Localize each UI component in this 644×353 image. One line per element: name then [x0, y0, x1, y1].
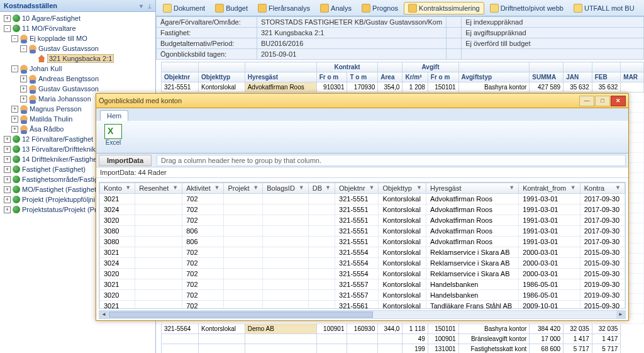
tree-node[interactable]: -Johan Kull [3, 64, 155, 74]
tab-prognos[interactable]: Prognos [357, 2, 402, 14]
expand-icon[interactable]: + [20, 96, 27, 103]
group-by-area[interactable]: Drag a column header here to group by th… [157, 155, 626, 166]
expand-icon[interactable]: + [4, 196, 11, 203]
tab-kontraktssimulering[interactable]: Kontraktssimulering [404, 2, 484, 14]
column-group-header[interactable] [199, 62, 245, 72]
expand-icon[interactable]: + [4, 206, 11, 213]
column-group-header[interactable] [592, 62, 621, 72]
filter-icon[interactable]: ▼ [369, 184, 374, 191]
column-header[interactable]: Fr o m [428, 72, 458, 82]
pin-icon[interactable]: ▾ ⟂ [140, 3, 152, 9]
expand-icon[interactable]: + [4, 156, 11, 163]
column-group-header[interactable]: Kontrakt [316, 62, 378, 72]
column-group-header[interactable]: Avgift [402, 62, 458, 72]
column-group-header[interactable] [458, 62, 530, 72]
tree-node[interactable]: -Ej kopplade till MO [3, 33, 155, 43]
table-row[interactable]: 3020702321-5554KontorslokalReklamservice… [100, 269, 625, 279]
column-header[interactable]: Kr/m² [402, 72, 428, 82]
importdata-button[interactable]: ImportData [99, 155, 152, 166]
table-row[interactable]: 199131001Fastighetsskatt kont68 6005 717… [162, 344, 644, 354]
column-header[interactable]: Hyresgäst [245, 72, 316, 82]
expand-icon[interactable]: + [4, 15, 11, 22]
excel-button[interactable]: Excel [100, 122, 126, 148]
expand-icon[interactable]: + [4, 176, 11, 183]
column-header[interactable]: Fr o m [316, 72, 347, 82]
tab-dokument[interactable]: Dokument [158, 2, 209, 14]
tab-utfall-per-m-nad[interactable]: Utfall per månad [640, 2, 644, 14]
column-header[interactable]: FEB [592, 72, 621, 82]
table-row[interactable]: 3024702321-5554KontorslokalReklamservice… [100, 258, 625, 269]
filter-icon[interactable]: ▼ [299, 184, 304, 191]
table-row[interactable]: 3021702321-5561KontorslokalTandläkare Fr… [100, 301, 625, 309]
maximize-button[interactable]: □ [595, 96, 610, 106]
tab-driftnetto-pivot-webb[interactable]: Driftnetto/pivot webb [486, 2, 568, 14]
column-group-header[interactable] [530, 62, 564, 72]
expand-icon[interactable]: - [20, 45, 27, 52]
expand-icon[interactable]: - [11, 35, 18, 42]
table-row[interactable]: 3024702321-5551KontorslokalAdvokatfirman… [100, 205, 625, 215]
table-row[interactable]: 3080806321-5551KontorslokalAdvokatfirman… [100, 237, 625, 247]
filter-icon[interactable]: ▼ [325, 184, 331, 191]
scroll-right-icon[interactable]: ► [616, 311, 625, 318]
table-row[interactable]: 3021702321-5551KontorslokalAdvokatfirman… [100, 194, 625, 205]
column-header[interactable]: Objekttyp [199, 72, 245, 82]
tree-node[interactable]: -Gustav Gustavsson [3, 43, 155, 53]
expand-icon[interactable]: + [11, 106, 18, 113]
expand-icon[interactable]: - [11, 65, 18, 72]
scroll-left-icon[interactable]: ◄ [99, 311, 108, 318]
tree-node[interactable]: +10 Ägare/Fastighet [3, 13, 155, 23]
column-header[interactable]: Objektnr [162, 72, 199, 82]
filter-icon[interactable]: ▼ [125, 184, 131, 191]
column-header[interactable]: Konto▼ [100, 183, 135, 194]
expand-icon[interactable]: - [4, 25, 11, 32]
column-header[interactable]: Kontra▼ [580, 183, 625, 194]
column-header[interactable]: Area [378, 72, 402, 82]
column-header[interactable]: Hyresgäst▼ [426, 183, 518, 194]
column-group-header[interactable] [162, 62, 199, 72]
column-header[interactable]: BolagsID▼ [263, 183, 309, 194]
minimize-button[interactable]: — [579, 96, 594, 106]
close-button[interactable]: ✕ [611, 96, 626, 106]
expand-icon[interactable]: + [4, 146, 11, 153]
table-row[interactable]: 49100901Bränsleavgift kontor17 0001 4171… [162, 334, 644, 344]
column-header[interactable]: Resenhet▼ [135, 183, 182, 194]
column-header[interactable]: Kontrakt_from▼ [519, 183, 580, 194]
expand-icon[interactable]: + [11, 116, 18, 123]
tab-analys[interactable]: Analys [316, 2, 356, 14]
table-row[interactable]: 3020702321-5551KontorslokalAdvokatfirman… [100, 215, 625, 226]
column-header[interactable]: JAN [564, 72, 592, 82]
column-header[interactable]: DB▼ [308, 183, 335, 194]
column-group-header[interactable] [621, 62, 644, 72]
filter-icon[interactable]: ▼ [214, 184, 219, 191]
filter-icon[interactable]: ▼ [615, 184, 621, 191]
column-header[interactable]: Objekttyp▼ [379, 183, 426, 194]
tab-budget[interactable]: Budget [211, 2, 252, 14]
expand-icon[interactable]: + [4, 136, 11, 143]
dialog-titlebar[interactable]: Ögonblicksbild med konton — □ ✕ [96, 94, 628, 108]
filter-icon[interactable]: ▼ [509, 184, 514, 191]
table-row[interactable]: 3021702321-5554KontorslokalReklamservice… [100, 247, 625, 258]
tab-utfall-mot-bu[interactable]: UTFALL mot BU [569, 2, 639, 14]
tab-fler-rsanalys[interactable]: Flerårsanalys [253, 2, 314, 14]
filter-icon[interactable]: ▼ [570, 184, 576, 191]
tree-node[interactable]: +Andreas Bengtsson [3, 74, 155, 84]
table-row[interactable]: 321-5564KontorslokalDemo AB1009011609303… [162, 324, 644, 334]
column-header[interactable]: Projekt▼ [224, 183, 263, 194]
column-header[interactable]: Aktivitet▼ [182, 183, 224, 194]
column-group-header[interactable] [245, 62, 316, 72]
table-row[interactable]: 3080806321-5551KontorslokalAdvokatfirman… [100, 226, 625, 237]
column-header[interactable]: SUMMA [530, 72, 564, 82]
dialog-grid-scroll[interactable]: Konto▼Resenhet▼Aktivitet▼Projekt▼BolagsI… [99, 182, 625, 308]
table-row[interactable]: 3021702321-5557KontorslokalHandelsbanken… [100, 279, 625, 290]
tree-node[interactable]: -11 MO/Förvaltare [3, 23, 155, 33]
tree-node[interactable]: 321 Kungsbacka 2:1 [3, 53, 155, 64]
expand-icon[interactable]: + [11, 126, 18, 133]
table-row[interactable]: 321-5551KontorslokalAdvokatfirman Roos91… [162, 82, 644, 92]
column-header[interactable]: MAR [621, 72, 644, 82]
filter-icon[interactable]: ▼ [416, 184, 422, 191]
column-group-header[interactable] [564, 62, 592, 72]
horizontal-scrollbar[interactable]: ◄ ► [99, 310, 626, 319]
filter-icon[interactable]: ▼ [172, 184, 178, 191]
expand-icon[interactable]: + [4, 186, 11, 193]
tree-node[interactable]: +Gustav Gustavsson [3, 84, 155, 94]
